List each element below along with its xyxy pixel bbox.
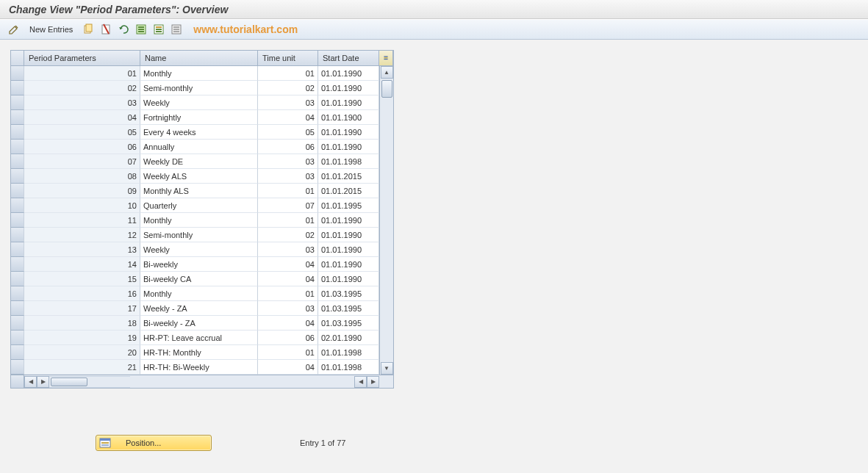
cell-name[interactable]: Monthly [140, 66, 258, 81]
cell-time-unit[interactable]: 02 [258, 228, 318, 242]
horizontal-scrollbar[interactable]: ◀ ▶ ◀ ▶ [11, 375, 393, 388]
cell-period-parameters[interactable]: 20 [24, 345, 140, 360]
column-header-time-unit[interactable]: Time unit [258, 51, 318, 65]
scroll-right-button[interactable]: ▶ [37, 376, 49, 388]
cell-start-date[interactable]: 01.01.1998 [318, 154, 379, 169]
scroll-thumb[interactable] [381, 80, 392, 98]
cell-period-parameters[interactable]: 18 [24, 316, 140, 331]
cell-period-parameters[interactable]: 15 [24, 272, 140, 286]
cell-start-date[interactable]: 01.01.2015 [318, 169, 379, 184]
cell-time-unit[interactable]: 04 [258, 316, 318, 331]
table-row[interactable]: 18Bi-weekly - ZA0401.03.1995 [11, 316, 379, 331]
cell-period-parameters[interactable]: 14 [24, 257, 140, 272]
table-row[interactable]: 14Bi-weekly0401.01.1990 [11, 257, 379, 272]
select-all-icon[interactable] [134, 23, 148, 36]
cell-name[interactable]: Monthly [140, 286, 258, 301]
cell-time-unit[interactable]: 01 [258, 184, 318, 198]
table-row[interactable]: 20HR-TH: Monthly0101.01.1998 [11, 345, 379, 360]
row-selector[interactable] [11, 95, 24, 110]
table-row[interactable]: 19HR-PT: Leave accrual0602.01.1990 [11, 331, 379, 345]
table-row[interactable]: 08Weekly ALS0301.01.2015 [11, 169, 379, 184]
cell-period-parameters[interactable]: 05 [24, 125, 140, 140]
cell-period-parameters[interactable]: 17 [24, 301, 140, 316]
cell-time-unit[interactable]: 01 [258, 345, 318, 360]
scroll-right-end-button[interactable]: ▶ [367, 376, 379, 388]
delete-icon[interactable] [99, 23, 112, 36]
cell-start-date[interactable]: 01.01.1900 [318, 110, 379, 125]
cell-time-unit[interactable]: 04 [258, 272, 318, 286]
cell-period-parameters[interactable]: 21 [24, 360, 140, 375]
cell-name[interactable]: Every 4 weeks [140, 125, 258, 140]
cell-period-parameters[interactable]: 03 [24, 95, 140, 110]
column-header-name[interactable]: Name [140, 51, 258, 65]
table-row[interactable]: 15Bi-weekly CA0401.01.1990 [11, 272, 379, 286]
row-selector[interactable] [11, 316, 24, 331]
copy-icon[interactable] [82, 23, 95, 36]
row-selector[interactable] [11, 272, 24, 286]
cell-time-unit[interactable]: 02 [258, 81, 318, 95]
row-selector[interactable] [11, 345, 24, 360]
cell-start-date[interactable]: 01.01.1990 [318, 213, 379, 228]
row-selector[interactable] [11, 169, 24, 184]
cell-name[interactable]: Weekly DE [140, 154, 258, 169]
cell-period-parameters[interactable]: 19 [24, 331, 140, 345]
table-row[interactable]: 03Weekly0301.01.1990 [11, 95, 379, 110]
cell-start-date[interactable]: 01.01.1990 [318, 140, 379, 154]
cell-start-date[interactable]: 01.01.2015 [318, 184, 379, 198]
cell-name[interactable]: Semi-monthly [140, 228, 258, 242]
row-selector[interactable] [11, 228, 24, 242]
cell-time-unit[interactable]: 03 [258, 301, 318, 316]
cell-start-date[interactable]: 01.01.1995 [318, 198, 379, 213]
cell-time-unit[interactable]: 03 [258, 95, 318, 110]
column-header-period-parameters[interactable]: Period Parameters [24, 51, 140, 65]
scroll-track[interactable] [381, 79, 393, 362]
cell-time-unit[interactable]: 06 [258, 140, 318, 154]
cell-name[interactable]: Weekly [140, 242, 258, 257]
cell-period-parameters[interactable]: 10 [24, 198, 140, 213]
configure-columns-button[interactable] [379, 51, 393, 65]
cell-time-unit[interactable]: 04 [258, 110, 318, 125]
hscroll-track[interactable] [49, 376, 130, 388]
cell-start-date[interactable]: 01.01.1990 [318, 95, 379, 110]
cell-period-parameters[interactable]: 12 [24, 228, 140, 242]
row-selector-header[interactable] [11, 51, 24, 65]
cell-time-unit[interactable]: 01 [258, 286, 318, 301]
table-row[interactable]: 02Semi-monthly0201.01.1990 [11, 81, 379, 95]
position-button[interactable]: Position... [96, 435, 212, 451]
table-row[interactable]: 21HR-TH: Bi-Weekly0401.01.1998 [11, 360, 379, 375]
cell-name[interactable]: Bi-weekly - ZA [140, 316, 258, 331]
cell-start-date[interactable]: 01.01.1998 [318, 345, 379, 360]
row-selector[interactable] [11, 184, 24, 198]
scroll-up-button[interactable]: ▲ [381, 66, 393, 79]
cell-name[interactable]: Semi-monthly [140, 81, 258, 95]
cell-start-date[interactable]: 01.03.1995 [318, 286, 379, 301]
deselect-all-icon[interactable] [170, 23, 183, 36]
scroll-left-button[interactable]: ◀ [24, 376, 37, 388]
cell-period-parameters[interactable]: 04 [24, 110, 140, 125]
cell-name[interactable]: Annually [140, 140, 258, 154]
cell-name[interactable]: Weekly - ZA [140, 301, 258, 316]
row-selector[interactable] [11, 81, 24, 95]
cell-start-date[interactable]: 01.01.1990 [318, 272, 379, 286]
cell-period-parameters[interactable]: 06 [24, 140, 140, 154]
cell-name[interactable]: HR-PT: Leave accrual [140, 331, 258, 345]
row-selector[interactable] [11, 257, 24, 272]
cell-name[interactable]: Weekly [140, 95, 258, 110]
table-row[interactable]: 09Monthly ALS0101.01.2015 [11, 184, 379, 198]
cell-start-date[interactable]: 01.01.1990 [318, 81, 379, 95]
cell-period-parameters[interactable]: 08 [24, 169, 140, 184]
row-selector[interactable] [11, 360, 24, 375]
row-selector[interactable] [11, 154, 24, 169]
cell-name[interactable]: Monthly [140, 213, 258, 228]
row-selector[interactable] [11, 286, 24, 301]
cell-start-date[interactable]: 01.01.1990 [318, 257, 379, 272]
cell-time-unit[interactable]: 06 [258, 331, 318, 345]
cell-start-date[interactable]: 01.01.1990 [318, 242, 379, 257]
row-selector[interactable] [11, 242, 24, 257]
cell-time-unit[interactable]: 03 [258, 169, 318, 184]
cell-name[interactable]: Quarterly [140, 198, 258, 213]
cell-start-date[interactable]: 01.03.1995 [318, 316, 379, 331]
cell-time-unit[interactable]: 04 [258, 360, 318, 375]
cell-start-date[interactable]: 01.03.1995 [318, 301, 379, 316]
cell-name[interactable]: HR-TH: Bi-Weekly [140, 360, 258, 375]
